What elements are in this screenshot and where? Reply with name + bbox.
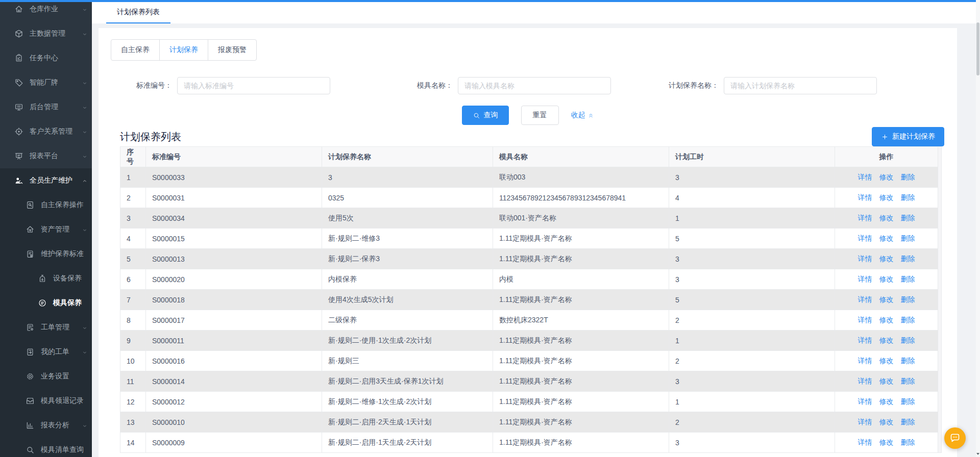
- edit-link[interactable]: 修改: [879, 173, 894, 181]
- detail-link[interactable]: 详情: [858, 357, 872, 365]
- edit-link[interactable]: 修改: [879, 295, 894, 303]
- edit-link[interactable]: 修改: [879, 418, 894, 426]
- delete-link[interactable]: 删除: [901, 234, 915, 242]
- page-scrollbar[interactable]: [976, 0, 980, 457]
- tab-self-maintenance[interactable]: 自主保养: [111, 39, 160, 61]
- detail-link[interactable]: 详情: [858, 255, 872, 263]
- sidebar-item[interactable]: 任务中心: [0, 46, 92, 70]
- detail-link[interactable]: 详情: [858, 418, 872, 426]
- sidebar-item[interactable]: 设备保养: [0, 266, 92, 291]
- sidebar-item[interactable]: 模具保养: [0, 291, 92, 315]
- delete-link[interactable]: 删除: [901, 377, 915, 385]
- detail-link[interactable]: 详情: [858, 397, 872, 405]
- sidebar-item[interactable]: 自主保养操作: [0, 193, 92, 217]
- tab-planned-maintenance[interactable]: 计划保养: [159, 39, 208, 61]
- sidebar-item[interactable]: 主数据管理: [0, 21, 92, 46]
- hours-cell: 1: [669, 331, 835, 351]
- detail-link[interactable]: 详情: [858, 316, 872, 324]
- sidebar-item[interactable]: 模具领退记录: [0, 389, 92, 413]
- delete-link[interactable]: 删除: [901, 438, 915, 446]
- detail-link[interactable]: 详情: [858, 214, 872, 222]
- delete-link[interactable]: 删除: [901, 214, 915, 222]
- edit-link[interactable]: 修改: [879, 336, 894, 344]
- delete-link[interactable]: 删除: [901, 357, 915, 365]
- collapse-link[interactable]: 收起: [571, 111, 594, 120]
- monitor-icon: [14, 103, 23, 112]
- delete-link[interactable]: 删除: [901, 173, 915, 181]
- search-button[interactable]: 查询: [462, 106, 509, 125]
- sidebar-item[interactable]: 报表分析: [0, 413, 92, 438]
- sidebar-item[interactable]: 我的工单: [0, 340, 92, 364]
- delete-link[interactable]: 删除: [901, 295, 915, 303]
- sidebar-item[interactable]: 资产管理: [0, 217, 92, 242]
- seq-cell: 2: [120, 188, 146, 208]
- edit-link[interactable]: 修改: [879, 357, 894, 365]
- delete-link[interactable]: 删除: [901, 275, 915, 283]
- edit-link[interactable]: 修改: [879, 255, 894, 263]
- create-plan-button[interactable]: 新建计划保养: [872, 127, 944, 146]
- delete-link[interactable]: 删除: [901, 418, 915, 426]
- clipboard-arrow-icon: [26, 347, 35, 357]
- edit-link[interactable]: 修改: [879, 275, 894, 283]
- detail-link[interactable]: 详情: [858, 377, 872, 385]
- standard-code-input[interactable]: [177, 77, 330, 94]
- seq-cell: 4: [120, 229, 146, 249]
- plan-name-cell: 3: [322, 167, 493, 188]
- chevron-down-icon: [82, 226, 88, 233]
- scrollbar-thumb[interactable]: [976, 22, 979, 75]
- detail-link[interactable]: 详情: [858, 438, 872, 446]
- sidebar-item[interactable]: 工单管理: [0, 315, 92, 340]
- edit-link[interactable]: 修改: [879, 377, 894, 385]
- edit-link[interactable]: 修改: [879, 316, 894, 324]
- chevron-down-icon: [82, 31, 88, 37]
- detail-link[interactable]: 详情: [858, 234, 872, 242]
- page-tab-plan-maintenance-list[interactable]: 计划保养列表: [106, 2, 170, 23]
- plan-name-cell: 新·规则三: [322, 351, 493, 371]
- table-row: 1 S0000033 3 联动003 3 详情修改删除: [120, 167, 938, 188]
- create-plan-button-label: 新建计划保养: [892, 132, 935, 141]
- delete-link[interactable]: 删除: [901, 336, 915, 344]
- delete-link[interactable]: 删除: [901, 316, 915, 324]
- sidebar-item[interactable]: 模具清单查询: [0, 438, 92, 457]
- detail-link[interactable]: 详情: [858, 295, 872, 303]
- sidebar-item[interactable]: 维护保养标准: [0, 242, 92, 266]
- edit-link[interactable]: 修改: [879, 234, 894, 242]
- tag-icon: [14, 78, 23, 87]
- chevron-down-icon: [82, 6, 88, 12]
- edit-link[interactable]: 修改: [879, 214, 894, 222]
- table-scrollbar-gutter: [938, 146, 942, 453]
- top-accent-bar: [0, 0, 980, 2]
- code-cell: S0000014: [146, 371, 322, 392]
- col-seq: 序号: [120, 147, 146, 167]
- plan-name-cell: 新·规则二·启用3天生成·保养1次计划: [322, 371, 493, 392]
- sidebar-item[interactable]: 智能厂牌: [0, 70, 92, 95]
- detail-link[interactable]: 详情: [858, 173, 872, 181]
- detail-link[interactable]: 详情: [858, 336, 872, 344]
- plan-name-cell: 新·规则二·保养3: [322, 249, 493, 269]
- sidebar-item[interactable]: 客户关系管理: [0, 119, 92, 144]
- delete-link[interactable]: 删除: [901, 193, 915, 201]
- detail-link[interactable]: 详情: [858, 193, 872, 201]
- reset-button[interactable]: 重置: [521, 106, 559, 125]
- sidebar-menu: 仓库作业 主数据管理 任务中心 智能厂牌: [0, 0, 92, 168]
- chat-fab[interactable]: [944, 427, 966, 449]
- sidebar-item[interactable]: 报表平台: [0, 144, 92, 168]
- mold-name-input[interactable]: [458, 77, 611, 94]
- sidebar-item[interactable]: 仓库作业: [0, 0, 92, 21]
- edit-link[interactable]: 修改: [879, 438, 894, 446]
- table-title: 计划保养列表: [120, 130, 181, 144]
- delete-link[interactable]: 删除: [901, 255, 915, 263]
- mold-name-cell: 1.11定期模具·资产名称: [493, 371, 669, 392]
- sidebar-item[interactable]: 后台管理: [0, 95, 92, 119]
- sidebar-item[interactable]: 全员生产维护: [0, 168, 92, 193]
- delete-link[interactable]: 删除: [901, 397, 915, 405]
- detail-link[interactable]: 详情: [858, 275, 872, 283]
- edit-link[interactable]: 修改: [879, 397, 894, 405]
- edit-link[interactable]: 修改: [879, 193, 894, 201]
- scrollbar-down-button[interactable]: [976, 451, 980, 456]
- tab-scrap-warning[interactable]: 报废预警: [208, 39, 257, 61]
- sidebar-item[interactable]: 业务设置: [0, 364, 92, 389]
- plan-maintenance-table: 序号 标准编号 计划保养名称 模具名称 计划工时 操作: [120, 146, 938, 453]
- code-cell: S0000020: [146, 269, 322, 290]
- plan-name-input[interactable]: [724, 77, 877, 94]
